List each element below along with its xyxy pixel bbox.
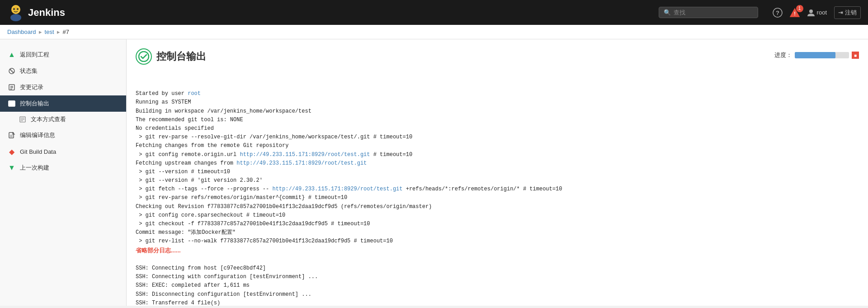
- console-cmd-9: > git rev-list --no-walk f77833877c857a2…: [136, 238, 393, 244]
- svg-point-2: [10, 14, 21, 21]
- breadcrumb-build: #7: [63, 28, 69, 35]
- search-box[interactable]: 🔍: [659, 7, 758, 18]
- sidebar-item-prevbuild[interactable]: ▼ 上一次构建: [0, 160, 126, 176]
- jenkins-logo-icon: [7, 4, 24, 21]
- prevbuild-icon: ▼: [7, 163, 16, 172]
- progress-bar: [795, 52, 849, 58]
- console-cmd-5: > git fetch --tags --force --progress --…: [136, 186, 562, 192]
- stop-build-button[interactable]: ■: [852, 52, 859, 59]
- alert-button[interactable]: ! 1: [790, 8, 800, 18]
- search-input[interactable]: [674, 9, 750, 16]
- breadcrumb-test[interactable]: test: [45, 28, 54, 35]
- console-cmd-1: > git rev-parse --resolve-git-dir /var/j…: [136, 134, 412, 140]
- console-cmd-4: > git --version # 'git version 2.30.2': [136, 177, 263, 184]
- sidebar-item-gitbuild[interactable]: ◆ Git Build Data: [0, 143, 126, 160]
- breadcrumb-arrow-2: ▸: [57, 28, 60, 35]
- logout-button[interactable]: ⇥ 注销: [834, 6, 861, 19]
- header-actions: 🔍 ? ! 1 root ⇥ 注销: [659, 6, 861, 19]
- back-icon: ▲: [7, 50, 16, 59]
- breadcrumb: Dashboard ▸ test ▸ #7: [0, 25, 868, 39]
- logo[interactable]: Jenkins: [7, 4, 65, 21]
- page-title: 控制台输出: [156, 50, 206, 63]
- git-url-3[interactable]: http://49.233.115.171:8929/root/test.git: [272, 186, 402, 192]
- status-icon: [7, 66, 16, 76]
- console-line-1: Started by user root Running as SYSTEM B…: [136, 90, 562, 244]
- user-link[interactable]: root: [188, 90, 201, 97]
- main-content: 控制台输出 进度： ■ Started by user root Running…: [127, 39, 868, 306]
- svg-point-12: [11, 71, 13, 72]
- jenkins-title: Jenkins: [28, 7, 65, 19]
- logout-icon: ⇥: [838, 9, 843, 16]
- search-icon: 🔍: [664, 9, 671, 16]
- changes-icon: [7, 83, 16, 92]
- sidebar-item-changes[interactable]: 变更记录: [0, 79, 126, 95]
- sidebar-label-prevbuild: 上一次构建: [20, 164, 49, 172]
- sidebar-label-back: 返回到工程: [20, 51, 49, 59]
- svg-point-3: [13, 8, 15, 10]
- page-title-row: 控制台输出: [136, 48, 206, 65]
- help-button[interactable]: ?: [773, 8, 783, 18]
- console-omit: 省略部分日志......: [136, 247, 181, 254]
- git-url-2[interactable]: http://49.233.115.171:8929/root/test.git: [236, 160, 367, 166]
- breadcrumb-arrow-1: ▸: [39, 28, 42, 35]
- sidebar-label-editnotes: 编辑编译信息: [20, 131, 55, 139]
- console-cmd-7: > git config core.sparsecheckout # timeo…: [136, 212, 285, 218]
- sidebar-label-changes: 变更记录: [20, 83, 43, 91]
- console-cmd-3: > git --version # timeout=10: [136, 169, 230, 175]
- sidebar-label-status: 状态集: [20, 67, 38, 75]
- console-cmd-8: > git checkout -f f77833877c857a27001b0e…: [136, 221, 370, 227]
- sidebar-item-textview[interactable]: 文本方式查看: [0, 112, 126, 127]
- sidebar-label-console: 控制台输出: [20, 100, 49, 108]
- user-label: root: [817, 9, 827, 16]
- progress-area: 进度： ■: [774, 51, 859, 59]
- console-cmd-6: > git rev-parse refs/remotes/origin/mast…: [136, 194, 347, 201]
- console-ssh-lines: SSH: Connecting from host [c97eec8bdf42]…: [136, 265, 318, 306]
- sidebar-label-gitbuild: Git Build Data: [20, 148, 56, 155]
- textview-icon: [18, 115, 27, 124]
- breadcrumb-dashboard[interactable]: Dashboard: [7, 28, 36, 35]
- svg-point-4: [17, 8, 19, 10]
- gitbuild-icon: ◆: [7, 147, 16, 156]
- success-icon: [136, 48, 152, 65]
- user-icon: [807, 9, 815, 17]
- user-menu[interactable]: root: [807, 9, 827, 17]
- editnotes-icon: [7, 131, 16, 140]
- svg-point-13: [12, 71, 14, 73]
- stop-icon: ■: [854, 53, 857, 58]
- svg-point-9: [809, 9, 813, 13]
- logout-label: 注销: [845, 9, 857, 17]
- svg-point-28: [139, 52, 149, 62]
- progress-fill: [795, 52, 835, 58]
- console-cmd-2: > git config remote.origin.url http://49…: [136, 152, 412, 158]
- sidebar: ▲ 返回到工程 状态集 变更记录 控制台输出 文本方式查看: [0, 39, 127, 306]
- sidebar-item-console[interactable]: 控制台输出: [0, 95, 126, 112]
- layout: ▲ 返回到工程 状态集 变更记录 控制台输出 文本方式查看: [0, 39, 868, 306]
- alert-count: 1: [796, 5, 803, 12]
- progress-label: 进度：: [774, 51, 792, 59]
- sidebar-label-textview: 文本方式查看: [31, 115, 66, 123]
- sidebar-item-editnotes[interactable]: 编辑编译信息: [0, 127, 126, 143]
- sidebar-item-back[interactable]: ▲ 返回到工程: [0, 47, 126, 63]
- console-icon: [7, 99, 16, 108]
- svg-text:?: ?: [776, 9, 779, 16]
- question-icon: ?: [773, 8, 783, 18]
- header: Jenkins 🔍 ? ! 1 root ⇥: [0, 0, 868, 25]
- git-url-1[interactable]: http://49.233.115.171:8929/root/test.git: [240, 152, 370, 158]
- console-output: Started by user root Running as SYSTEM B…: [136, 81, 859, 306]
- svg-point-11: [10, 69, 11, 71]
- svg-text:!: !: [794, 11, 796, 16]
- sidebar-item-status[interactable]: 状态集: [0, 63, 126, 79]
